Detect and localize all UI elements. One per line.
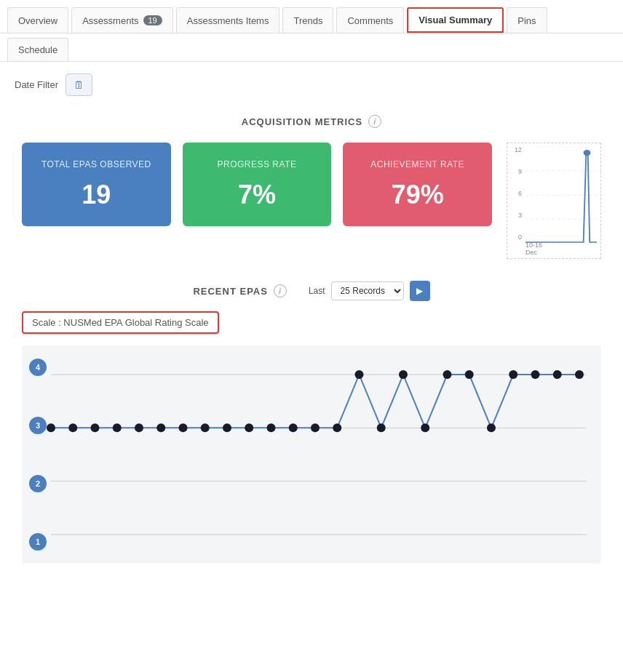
achievement-rate-label: ACHIEVEMENT RATE [354,159,480,171]
svg-point-29 [465,370,474,379]
calendar-icon: 🗓 [74,79,84,91]
svg-point-22 [311,423,320,432]
mini-chart-x-label: 10-16Dec [525,241,542,256]
acquisition-metrics-title: ACQUISITION METRICS i [22,115,601,128]
svg-point-23 [333,423,341,432]
progress-rate-value: 7% [194,180,320,210]
total-epas-label: TOTAL EPAS OBSERVED [33,159,159,171]
y-tick-1: 1 [29,533,47,551]
mini-chart: 12 9 6 3 0 10-1 [507,143,601,259]
filter-bar: Date Filter 🗓 [0,62,623,108]
svg-point-18 [223,423,231,432]
svg-point-11 [68,423,77,432]
svg-point-15 [156,423,165,432]
svg-point-27 [421,423,429,432]
svg-point-19 [245,423,253,432]
svg-point-17 [201,423,210,432]
tab-visual-summary[interactable]: Visual Summary [407,7,504,33]
svg-point-24 [355,370,364,379]
mini-chart-box: 12 9 6 3 0 10-1 [507,143,601,259]
svg-point-26 [399,370,408,379]
y-label-12: 12 [507,146,522,153]
mini-chart-y-labels: 12 9 6 3 0 [507,143,522,244]
line-chart-container: 4 3 2 1 [22,345,601,564]
tab-overview[interactable]: Overview [7,7,68,33]
y-label-0: 0 [507,233,522,241]
recent-epas-title: RECENT EPAS i [193,284,287,297]
svg-point-5 [584,150,591,156]
play-button[interactable]: ▶ [410,281,430,301]
metrics-row: TOTAL EPAS OBSERVED 19 PROGRESS RATE 7% … [22,143,601,259]
y-label-3: 3 [507,212,522,219]
svg-point-20 [267,423,276,432]
svg-point-10 [47,423,55,432]
records-select[interactable]: 25 Records 10 Records 50 Records All [331,281,404,300]
tab-pins[interactable]: Pins [507,7,547,33]
svg-point-21 [289,423,298,432]
scale-label-box: Scale : NUSMed EPA Global Rating Scale [22,311,601,345]
play-icon: ▶ [416,286,423,296]
svg-point-33 [553,370,562,379]
line-chart-wrapper: 4 3 2 1 [29,353,587,556]
y-label-6: 6 [507,190,522,197]
y-label-9: 9 [507,168,522,175]
tab-trends[interactable]: Trends [282,7,333,33]
svg-point-14 [135,423,143,432]
total-epas-card: TOTAL EPAS OBSERVED 19 [22,143,171,226]
recent-epas-header: RECENT EPAS i Last 25 Records 10 Records… [22,281,601,301]
y-tick-4: 4 [29,359,47,376]
tabs-row-1: Overview Assessments 19 Assessments Item… [0,0,623,33]
recent-epas-section: RECENT EPAS i Last 25 Records 10 Records… [22,281,601,564]
y-tick-2: 2 [29,475,47,492]
tab-assessments-items[interactable]: Assessments Items [176,7,280,33]
svg-point-34 [575,370,584,379]
metric-cards: TOTAL EPAS OBSERVED 19 PROGRESS RATE 7% … [22,143,492,226]
tabs-row-2: Schedule [0,33,623,62]
y-axis: 4 3 2 1 [29,353,51,556]
y-tick-3: 3 [29,417,47,434]
last-controls: Last 25 Records 10 Records 50 Records Al… [309,281,430,301]
assessments-badge: 19 [143,15,162,25]
total-epas-value: 19 [33,180,159,210]
recent-epas-info-icon[interactable]: i [274,284,287,297]
line-chart-svg [51,353,587,556]
achievement-rate-card: ACHIEVEMENT RATE 79% [343,143,492,226]
svg-point-12 [91,423,100,432]
tab-assessments[interactable]: Assessments 19 [71,7,173,33]
last-label: Last [309,286,325,296]
main-content: ACQUISITION METRICS i TOTAL EPAS OBSERVE… [0,108,623,585]
svg-point-16 [179,423,188,432]
calendar-button[interactable]: 🗓 [66,73,92,96]
svg-point-13 [113,423,122,432]
filter-label: Date Filter [15,79,58,90]
mini-chart-svg [525,147,597,244]
tab-comments[interactable]: Comments [336,7,404,33]
svg-point-30 [487,423,496,432]
acquisition-info-icon[interactable]: i [368,115,381,128]
achievement-rate-value: 79% [354,180,480,210]
progress-rate-label: PROGRESS RATE [194,159,320,171]
tab-schedule[interactable]: Schedule [7,38,68,61]
progress-rate-card: PROGRESS RATE 7% [183,143,332,226]
svg-point-32 [531,370,540,379]
svg-point-31 [509,370,517,379]
svg-point-28 [443,370,452,379]
svg-point-25 [377,423,386,432]
